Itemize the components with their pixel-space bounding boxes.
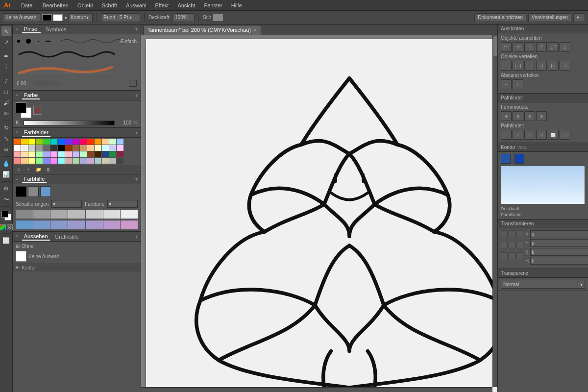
brush-small[interactable] xyxy=(15,37,23,45)
fb-color-swatch[interactable] xyxy=(21,158,28,164)
fb-folder-btn[interactable]: 📁 xyxy=(34,166,42,173)
fb-color-swatch[interactable] xyxy=(14,145,21,151)
scale-tool[interactable]: ⤡ xyxy=(1,134,11,144)
fb-color-swatch[interactable] xyxy=(95,151,101,157)
document-tab[interactable]: Tannenbaum* bei 200 % (CMYK/Vorschau) × xyxy=(143,25,261,35)
fb-color-swatch[interactable] xyxy=(73,151,79,157)
fb-color-swatch[interactable] xyxy=(117,158,123,164)
origin-tr[interactable]: · xyxy=(516,230,523,237)
line-tool[interactable]: / xyxy=(1,76,11,86)
pf-outline-btn[interactable]: ⬜ xyxy=(548,130,559,140)
color-mode-btn[interactable] xyxy=(0,224,6,230)
grafikstile-tab[interactable]: Grafikstile xyxy=(53,233,81,240)
fb-color-swatch[interactable] xyxy=(65,158,72,164)
fb-color-swatch[interactable] xyxy=(73,145,79,151)
fb-color-swatch[interactable] xyxy=(36,139,43,145)
pf-minus-back-btn[interactable]: ⊟ xyxy=(560,130,570,140)
farbhilfe-tab[interactable]: Farbhilfe xyxy=(22,175,47,183)
fb-color-swatch[interactable] xyxy=(50,151,57,157)
align-bottom-btn[interactable]: ⊥ xyxy=(560,42,570,52)
fb-color-swatch[interactable] xyxy=(102,139,109,145)
fb-color-swatch[interactable] xyxy=(87,151,94,157)
fill-swatch[interactable] xyxy=(42,14,52,21)
horizontal-scrollbar[interactable] xyxy=(141,387,492,392)
fh-gray-swatch[interactable] xyxy=(28,186,39,197)
fb-color-swatch[interactable] xyxy=(109,158,116,164)
farbe-k-slider[interactable] xyxy=(24,121,115,125)
symbole-tab[interactable]: Symbole xyxy=(44,26,69,33)
farbe-collapse[interactable]: ▾ xyxy=(135,93,138,98)
screen-mode-btn[interactable]: ⬜ xyxy=(1,236,11,245)
fb-color-swatch[interactable] xyxy=(28,139,35,145)
fb-color-swatch[interactable] xyxy=(102,158,109,164)
menu-bearbeiten[interactable]: Bearbeiten xyxy=(39,1,73,9)
fb-color-swatch[interactable] xyxy=(14,158,21,164)
kontur-header[interactable]: Kontur Vers. xyxy=(498,143,588,152)
chart-tool[interactable]: 📊 xyxy=(1,170,11,179)
size-menu-btn[interactable] xyxy=(129,80,137,87)
fb-color-swatch[interactable] xyxy=(109,151,116,157)
fb-color-swatch[interactable] xyxy=(28,158,35,164)
schattierungen-dropdown[interactable]: ▾ xyxy=(51,200,82,208)
fb-color-swatch[interactable] xyxy=(109,139,116,145)
dist-right-btn[interactable]: →| xyxy=(524,61,535,71)
menu-schrift[interactable]: Schrift xyxy=(98,1,121,9)
toolbar-extra-button[interactable]: ▾ xyxy=(573,13,585,22)
fb-color-swatch[interactable] xyxy=(14,151,21,157)
align-hcenter-btn[interactable]: ⊣⊢ xyxy=(513,42,523,52)
dist-top-btn[interactable]: ↑| xyxy=(536,61,547,71)
farbtone-dropdown[interactable]: ▾ xyxy=(107,200,138,208)
fb-color-swatch[interactable] xyxy=(117,145,123,151)
fh-tone-swatch[interactable] xyxy=(50,220,68,229)
warp-tool[interactable]: 〜 xyxy=(1,195,11,204)
fb-color-swatch[interactable] xyxy=(95,145,101,151)
fb-color-swatch[interactable] xyxy=(102,145,109,151)
fh-shade-swatch[interactable] xyxy=(103,210,121,219)
vertical-scrollbar[interactable] xyxy=(492,35,497,387)
dist-left-btn[interactable]: |← xyxy=(501,61,512,71)
aussehen-collapse[interactable]: ▾ xyxy=(135,234,138,239)
fb-color-swatch[interactable] xyxy=(58,151,65,157)
fb-color-swatch[interactable] xyxy=(43,158,50,164)
spacing-h-btn[interactable]: ↔ xyxy=(501,79,512,89)
shape-tool[interactable]: □ xyxy=(1,87,11,97)
fb-color-swatch[interactable] xyxy=(73,139,79,145)
pencil-tool[interactable]: ✏ xyxy=(1,109,11,119)
scrollbar-thumb-v[interactable] xyxy=(493,36,497,56)
kontur-swatch-1[interactable] xyxy=(501,154,511,164)
normal-dropdown[interactable]: Normal ▾ xyxy=(501,280,585,289)
menu-fenster[interactable]: Fenster xyxy=(200,1,226,9)
fh-shade-swatch[interactable] xyxy=(16,210,33,219)
stroke-dropdown[interactable]: Kontur:▾ xyxy=(68,13,93,22)
fh-shade-swatch[interactable] xyxy=(121,210,138,219)
fb-color-swatch[interactable] xyxy=(117,139,123,145)
canvas-area[interactable]: Tannenbaum* bei 200 % (CMYK/Vorschau) × xyxy=(141,24,497,392)
dist-bottom-btn[interactable]: ↓| xyxy=(560,61,570,71)
formmode-exclude-btn[interactable]: ⊝ xyxy=(536,111,547,121)
formmode-intersect-btn[interactable]: ⊗ xyxy=(524,111,535,121)
origin-bc[interactable]: · xyxy=(509,252,515,259)
fb-color-swatch[interactable] xyxy=(50,139,57,145)
doc-tab-close[interactable]: × xyxy=(254,27,257,33)
menu-ansicht[interactable]: Ansicht xyxy=(173,1,199,9)
pinsel-tab[interactable]: Pinsel xyxy=(22,25,41,33)
fb-color-swatch[interactable] xyxy=(109,145,116,151)
farbe-fg-swatch[interactable] xyxy=(16,102,26,113)
fh-blue-swatch[interactable] xyxy=(40,186,51,197)
fb-color-swatch[interactable] xyxy=(95,158,101,164)
fb-color-swatch[interactable] xyxy=(28,151,35,157)
origin-mr[interactable]: · xyxy=(516,242,523,248)
origin-tl[interactable]: · xyxy=(501,230,508,237)
fh-tone-swatch[interactable] xyxy=(16,220,33,229)
fh-tone-swatch[interactable] xyxy=(86,220,103,229)
fb-color-swatch[interactable] xyxy=(65,139,72,145)
pf-merge-btn[interactable]: ⊔ xyxy=(524,130,535,140)
opacity-input[interactable]: 100% xyxy=(172,13,195,22)
fb-color-swatch[interactable] xyxy=(87,158,94,164)
menu-hilfe[interactable]: Hilfe xyxy=(227,1,246,9)
brush-large[interactable] xyxy=(34,37,42,45)
fb-delete-btn[interactable]: 🗑 xyxy=(44,166,52,173)
transparenz-header[interactable]: Transparenz xyxy=(498,269,588,278)
pinsel-collapse[interactable]: ▾ xyxy=(135,26,138,32)
fh-black-swatch[interactable] xyxy=(16,186,26,197)
